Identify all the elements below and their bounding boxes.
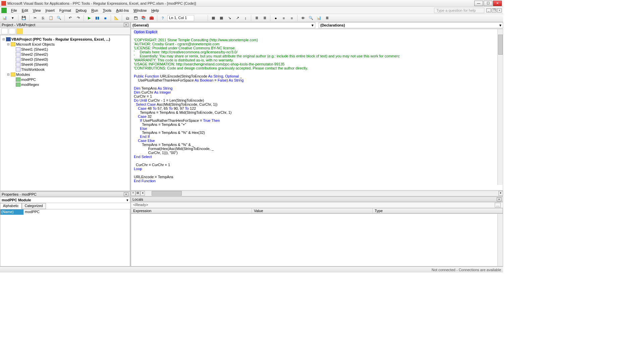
debug-tb-14[interactable]: ≣ (324, 15, 330, 21)
toolbox-button[interactable]: 🧰 (148, 15, 155, 21)
tree-item[interactable]: modRegex (2, 82, 128, 87)
menu-tools[interactable]: Tools (100, 8, 114, 13)
prop-name-value[interactable]: modPPC (24, 209, 130, 215)
debug-tb-8[interactable]: ● (272, 15, 279, 21)
menu-edit[interactable]: Edit (19, 8, 31, 13)
copy-button[interactable]: ⎘ (40, 15, 46, 21)
help-button[interactable]: ? (159, 15, 166, 21)
properties-object-combo[interactable]: modPPC Module ▾ (0, 197, 130, 203)
properties-grid[interactable]: (Name) modPPC (0, 209, 130, 266)
properties-close-button[interactable]: × (124, 192, 128, 196)
mdi-restore[interactable]: ❐ (492, 8, 496, 12)
locals-context: <Ready> … (131, 202, 503, 208)
menu-view[interactable]: View (31, 8, 43, 13)
view-excel-button[interactable]: 📊 (1, 15, 8, 21)
reset-button[interactable]: ■ (102, 15, 109, 21)
view-object-button[interactable] (9, 28, 15, 34)
debug-tb-6[interactable]: ≣ (253, 15, 260, 21)
menu-debug[interactable]: Debug (73, 8, 89, 13)
object-combo[interactable]: (General)▾ (131, 22, 315, 28)
locals-columns: Expression Value Type (131, 208, 503, 213)
properties-pane: Properties - modPPC × modPPC Module ▾ Al… (0, 191, 130, 266)
full-module-view-button[interactable]: ▤ (136, 191, 140, 196)
locals-body[interactable] (131, 213, 503, 266)
view-code-button[interactable] (1, 28, 8, 34)
minimize-button[interactable]: — (474, 1, 483, 6)
cursor-position: Ln 1, Col 1 (167, 15, 194, 21)
cut-button[interactable]: ✂ (32, 15, 38, 21)
project-explorer-button[interactable]: 🗂 (124, 15, 131, 21)
scroll-left-button[interactable]: ◂ (140, 191, 145, 196)
menu-run[interactable]: Run (89, 8, 100, 13)
vba-icon (1, 1, 6, 6)
object-browser-button[interactable]: 📚 (140, 15, 147, 21)
design-mode-button[interactable]: 📐 (113, 15, 120, 21)
debug-tb-9[interactable]: ≡ (280, 15, 287, 21)
excel-icon (1, 8, 7, 13)
save-button[interactable]: 💾 (20, 15, 27, 21)
break-button[interactable]: ▮▮ (94, 15, 101, 21)
redo-button[interactable]: ↷ (75, 15, 82, 21)
properties-header: Properties - modPPC × (0, 192, 130, 197)
tree-item[interactable]: ThisWorkbook (2, 67, 128, 72)
status-bar: Not connected - Connections are availabl… (0, 266, 503, 272)
hscroll-track[interactable] (145, 191, 498, 196)
locals-pane: Locals × <Ready> … Expression Value Type (131, 196, 503, 266)
locals-close-button[interactable]: × (497, 197, 501, 201)
close-button[interactable]: ✕ (493, 1, 502, 6)
project-tree[interactable]: ⊟VBAProject (PPC Tools - Regular Express… (0, 35, 130, 191)
scroll-right-button[interactable]: ▸ (498, 191, 503, 196)
toggle-folders-button[interactable] (16, 28, 23, 34)
run-button[interactable]: ▶ (86, 15, 93, 21)
menu-file[interactable]: File (9, 8, 19, 13)
debug-tb-3[interactable]: ↘ (226, 15, 233, 21)
menu-help[interactable]: Help (149, 8, 161, 13)
prop-name-key: (Name) (0, 209, 24, 215)
paste-button[interactable]: 📋 (48, 15, 54, 21)
tab-categorized[interactable]: Categorized (22, 203, 46, 209)
project-toolbar (0, 28, 130, 35)
procedure-view-button[interactable]: ≡ (131, 191, 136, 196)
tree-item[interactable]: Sheet1 (Sheet1) (2, 47, 128, 52)
worksheet-icon (16, 47, 20, 51)
debug-tb-12[interactable]: 🔍 (308, 15, 314, 21)
locals-callstack-button[interactable]: … (495, 203, 501, 207)
mdi-minimize[interactable]: _ (486, 8, 491, 12)
properties-window-button[interactable]: 🗔 (132, 15, 139, 21)
debug-tb-11[interactable]: 👁 (300, 15, 306, 21)
vertical-scrollbar[interactable] (497, 29, 503, 185)
window-title: Microsoft Visual Basic for Applications … (7, 1, 474, 5)
worksheet-icon (16, 67, 20, 71)
maximize-button[interactable]: ☐ (484, 1, 492, 6)
tree-item[interactable]: modPPC (2, 77, 128, 82)
menu-window[interactable]: Window (131, 8, 149, 13)
standard-toolbar: 📊 ▾ 💾 ✂ ⎘ 📋 🔍 ↶ ↷ ▶ ▮▮ ■ 📐 🗂 🗔 📚 🧰 ? Ln … (0, 14, 503, 22)
mdi-close[interactable]: × (497, 8, 502, 12)
debug-tb-10[interactable]: ≡ (288, 15, 295, 21)
project-close-button[interactable]: × (124, 23, 128, 27)
debug-tb-5[interactable]: ↕ (242, 15, 249, 21)
col-expression[interactable]: Expression (131, 208, 252, 213)
debug-tb-4[interactable]: ↗ (234, 15, 241, 21)
tab-alphabetic[interactable]: Alphabetic (0, 203, 22, 209)
menu-format[interactable]: Format (57, 8, 73, 13)
project-icon (6, 37, 11, 41)
tree-item[interactable]: Sheet4 (Sheet4) (2, 62, 128, 67)
debug-tb-13[interactable]: 📊 (316, 15, 322, 21)
debug-tb-1[interactable]: ▦ (210, 15, 217, 21)
tree-item[interactable]: Sheet2 (Sheet2) (2, 52, 128, 57)
col-type[interactable]: Type (373, 208, 503, 213)
menu-addins[interactable]: Add-Ins (114, 8, 131, 13)
help-search[interactable]: Type a question for help (434, 8, 484, 13)
find-button[interactable]: 🔍 (56, 15, 62, 21)
locals-vscroll[interactable] (497, 214, 503, 266)
insert-button[interactable]: ▾ (9, 15, 16, 21)
undo-button[interactable]: ↶ (67, 15, 73, 21)
tree-item[interactable]: Sheet3 (Sheet3) (2, 57, 128, 62)
debug-tb-2[interactable]: ▦ (218, 15, 225, 21)
debug-tb-7[interactable]: ≣ (261, 15, 268, 21)
menu-insert[interactable]: Insert (43, 8, 57, 13)
code-editor[interactable]: Option Explicit 'COPYRIGHT: 2011 Stone T… (131, 29, 503, 191)
procedure-combo[interactable]: (Declarations)▾ (319, 22, 503, 28)
col-value[interactable]: Value (252, 208, 373, 213)
